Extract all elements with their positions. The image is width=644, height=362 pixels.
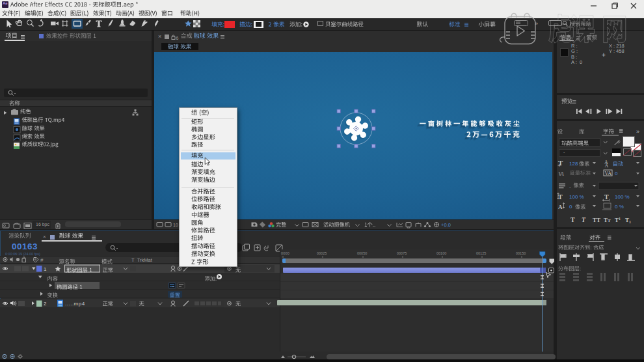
svg-text:T: T — [582, 216, 586, 223]
svg-text:0 %: 0 % — [615, 204, 624, 210]
svg-text:128: 128 — [569, 161, 578, 167]
svg-text:0: 0 — [615, 171, 618, 176]
svg-text:0: 0 — [569, 204, 572, 210]
svg-text:TT: TT — [593, 217, 600, 223]
svg-text:#: # — [40, 257, 44, 263]
svg-text:100 %: 100 % — [569, 194, 584, 200]
svg-text:A: A — [605, 163, 609, 169]
svg-text:A: A — [558, 204, 563, 210]
svg-text:1: 1 — [44, 266, 47, 272]
svg-text:10: 10 — [173, 223, 178, 227]
svg-text:6: 6 — [176, 36, 179, 40]
svg-text:2: 2 — [44, 301, 47, 307]
svg-text:100 %: 100 % — [615, 194, 630, 200]
svg-text:T1: T1 — [625, 217, 631, 224]
svg-text:-: - — [569, 184, 571, 189]
svg-text:VA: VA — [558, 171, 564, 177]
svg-text:T: T — [604, 193, 609, 201]
svg-text:VA: VA — [605, 171, 612, 176]
svg-text:T: T — [570, 216, 575, 223]
svg-text:T1: T1 — [615, 217, 621, 223]
svg-text:T: T — [558, 193, 563, 201]
svg-text:TT: TT — [604, 217, 611, 223]
